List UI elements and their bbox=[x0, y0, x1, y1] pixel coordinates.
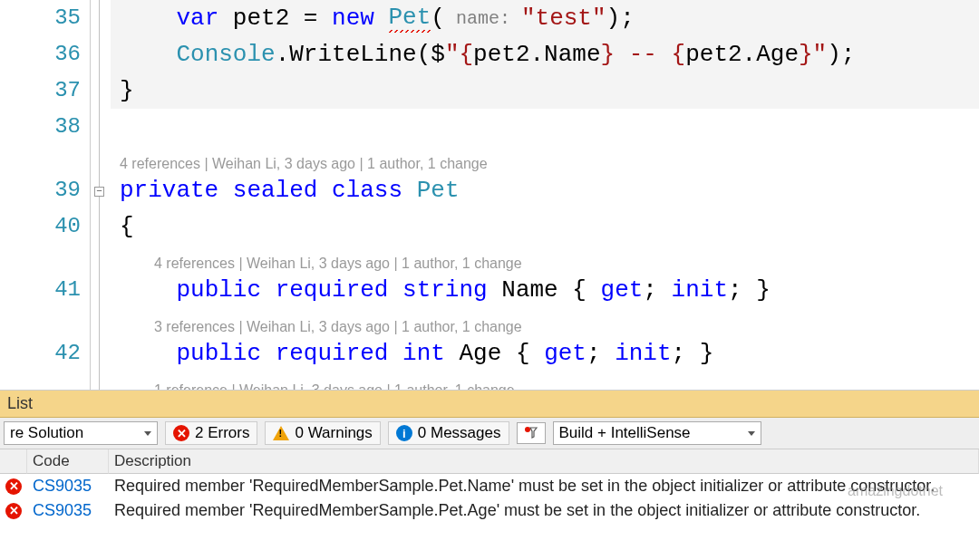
errors-count-label: 2 Errors bbox=[195, 424, 249, 442]
line-number: 42 bbox=[0, 308, 81, 372]
fold-toggle-icon[interactable]: − bbox=[94, 187, 104, 197]
error-list-panel: List re Solution ✕ 2 Errors 0 Warnings i… bbox=[0, 390, 979, 523]
error-squiggle[interactable]: Pet bbox=[388, 4, 431, 33]
line-number: 41 bbox=[0, 245, 81, 308]
error-icon: ✕ bbox=[5, 478, 22, 495]
panel-title[interactable]: List bbox=[0, 391, 979, 418]
line-number: 36 bbox=[0, 36, 81, 72]
warnings-count-label: 0 Warnings bbox=[295, 424, 372, 442]
code-line[interactable]: public required int Age { get; init; } bbox=[111, 335, 979, 372]
error-description: Required member 'RequiredMemberSample.Pe… bbox=[109, 474, 979, 498]
error-grid: Code Description ✕ CS9035 Required membe… bbox=[0, 449, 979, 523]
line-number: 37 bbox=[0, 72, 81, 109]
code-line[interactable]: } bbox=[111, 72, 979, 109]
warnings-filter-button[interactable]: 0 Warnings bbox=[265, 421, 380, 445]
code-line[interactable]: private sealed class Pet bbox=[111, 172, 979, 208]
error-code[interactable]: CS9035 bbox=[27, 498, 109, 523]
messages-filter-button[interactable]: i 0 Messages bbox=[388, 421, 509, 445]
line-number-gutter: 35 36 37 38 39 40 41 42 bbox=[0, 0, 91, 390]
col-code-header[interactable]: Code bbox=[27, 449, 109, 474]
inline-parameter-hint: name: bbox=[445, 8, 521, 29]
code-line[interactable]: public required string Name { get; init;… bbox=[111, 272, 979, 308]
line-number: 35 bbox=[0, 0, 81, 36]
fold-column: − bbox=[91, 0, 111, 390]
code-line[interactable]: var pet2 = new Pet( name: "test"); bbox=[111, 0, 979, 36]
col-icon-header[interactable] bbox=[0, 449, 27, 474]
codelens[interactable]: 4 references | Weihan Li, 3 days ago | 1… bbox=[111, 245, 979, 272]
code-line[interactable]: Console.WriteLine($"{pet2.Name} -- {pet2… bbox=[111, 36, 979, 72]
mode-dropdown[interactable]: Build + IntelliSense bbox=[553, 421, 761, 445]
scope-dropdown[interactable]: re Solution bbox=[4, 421, 158, 445]
code-line[interactable]: { bbox=[111, 208, 979, 245]
error-icon: ✕ bbox=[173, 425, 189, 441]
codelens[interactable]: 3 references | Weihan Li, 3 days ago | 1… bbox=[111, 308, 979, 335]
line-number: 39 bbox=[0, 145, 81, 208]
line-number: 40 bbox=[0, 208, 81, 245]
messages-count-label: 0 Messages bbox=[418, 424, 501, 442]
codelens[interactable]: 4 references | Weihan Li, 3 days ago | 1… bbox=[111, 145, 979, 172]
info-icon: i bbox=[396, 425, 412, 441]
svg-point-0 bbox=[525, 427, 530, 432]
filter-icon bbox=[523, 425, 539, 441]
codelens[interactable]: 1 reference | Weihan Li, 3 days ago | 1 … bbox=[111, 372, 979, 390]
code-editor[interactable]: 35 36 37 38 39 40 41 42 − var pet2 = new… bbox=[0, 0, 979, 390]
warning-icon bbox=[273, 426, 289, 440]
filter-button[interactable] bbox=[517, 422, 546, 444]
line-number: 38 bbox=[0, 109, 81, 145]
col-description-header[interactable]: Description bbox=[109, 449, 979, 474]
error-description: Required member 'RequiredMemberSample.Pe… bbox=[109, 498, 979, 523]
code-area[interactable]: var pet2 = new Pet( name: "test"); Conso… bbox=[111, 0, 979, 390]
panel-toolbar: re Solution ✕ 2 Errors 0 Warnings i 0 Me… bbox=[0, 418, 979, 449]
code-line[interactable] bbox=[111, 109, 979, 145]
error-icon: ✕ bbox=[5, 503, 22, 519]
errors-filter-button[interactable]: ✕ 2 Errors bbox=[165, 421, 257, 445]
error-code[interactable]: CS9035 bbox=[27, 474, 109, 498]
